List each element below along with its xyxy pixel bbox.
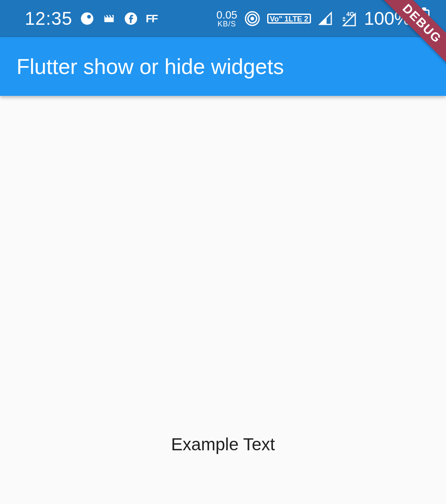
app-title: Flutter show or hide widgets xyxy=(17,54,284,79)
facebook-icon xyxy=(123,11,138,26)
notification-app-icon xyxy=(80,11,95,26)
data-speed-indicator: 0.05 KB/S xyxy=(216,10,237,28)
status-bar: 12:35 FF 0.05 KB/S Vo" 1 LTE 2 4G 100% xyxy=(0,0,446,37)
movie-icon xyxy=(102,12,116,26)
signal-sim1-icon xyxy=(318,12,332,26)
data-speed-unit: KB/S xyxy=(218,20,236,28)
volte-line-2: LTE 2 xyxy=(289,16,308,22)
app-bar: Flutter show or hide widgets xyxy=(0,37,446,96)
volte-icon: Vo" 1 LTE 2 xyxy=(267,14,311,24)
signal-sim2-icon: 4G xyxy=(340,10,356,27)
svg-point-0 xyxy=(81,12,93,25)
page-body: Example Text xyxy=(0,96,446,504)
data-speed-value: 0.05 xyxy=(216,10,237,20)
svg-point-1 xyxy=(87,15,91,19)
ff-icon: FF xyxy=(146,12,157,25)
status-bar-left: 12:35 FF xyxy=(25,8,157,29)
svg-point-3 xyxy=(250,17,254,21)
example-text: Example Text xyxy=(0,435,446,454)
hotspot-icon xyxy=(245,11,260,26)
volte-line-1: Vo" 1 xyxy=(270,16,289,22)
status-time: 12:35 xyxy=(25,8,72,29)
